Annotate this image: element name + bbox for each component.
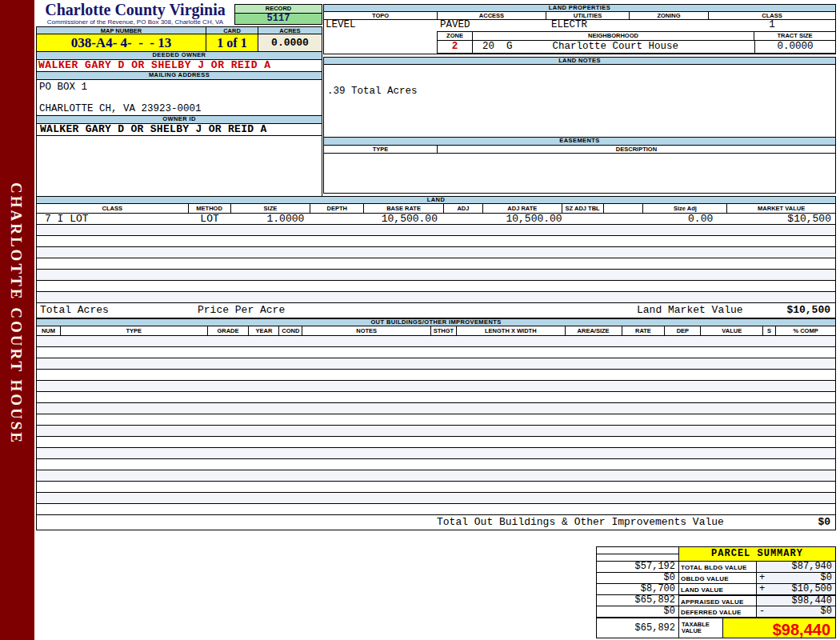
land-note-text: .39 Total Acres bbox=[327, 86, 418, 97]
value-total-bldg: $87,940 bbox=[757, 562, 835, 573]
out-buildings-section: OUT BUILDINGS/OTHER IMPROVEMENTS NUM TYP… bbox=[36, 318, 836, 530]
label-total-bldg: TOTAL BLDG VALUE bbox=[679, 562, 757, 573]
topo-label: TOPO bbox=[324, 12, 438, 19]
land-class-value: 7 I LOT bbox=[37, 214, 189, 224]
land-method-value: LOT bbox=[189, 214, 231, 224]
neighborhood-value: 20 GCharlotte Court House bbox=[473, 41, 754, 53]
land-data-row: 7 I LOT LOT 1.0000 10,500.00 10,500.00 0… bbox=[36, 214, 836, 225]
owner-block-empty-area bbox=[36, 136, 322, 197]
taxable-value: $98,440 bbox=[723, 617, 835, 638]
land-notes-bar: LAND NOTES bbox=[323, 57, 836, 65]
empty-row bbox=[36, 493, 836, 504]
parcel-summary: PARCEL SUMMARY $57,192 TOTAL BLDG VALUE … bbox=[596, 546, 836, 638]
ob-col-s: S bbox=[763, 326, 776, 335]
utilities-value: ELECTR bbox=[546, 20, 630, 31]
header-block: Charlotte County Virginia Commissioner o… bbox=[36, 2, 322, 197]
summary-row-taxable: $65,892 TAXABLE VALUE $98,440 bbox=[597, 618, 835, 638]
card-value: 1 of 1 bbox=[206, 34, 258, 51]
topo-value: LEVEL bbox=[324, 20, 438, 31]
parcel-summary-title: PARCEL SUMMARY bbox=[679, 547, 835, 562]
ob-col-grade: GRADE bbox=[208, 326, 250, 335]
address-line2: CHARLOTTE CH, VA 23923-0001 bbox=[39, 103, 202, 114]
empty-row bbox=[36, 270, 836, 281]
ob-total-row: Total Out Buildings & Other Improvements… bbox=[36, 515, 836, 530]
land-col-depth: DEPTH bbox=[310, 204, 364, 213]
land-base-rate-value: 10,500.00 bbox=[364, 214, 444, 224]
ob-col-pct-comp: % COMP bbox=[776, 326, 835, 335]
record-value: 5117 bbox=[234, 14, 322, 25]
access-label: ACCESS bbox=[438, 12, 546, 19]
ob-col-cond: COND bbox=[279, 326, 302, 335]
value-deferred: -$0 bbox=[757, 606, 835, 618]
county-title: Charlotte County Virginia bbox=[36, 2, 234, 18]
land-adj-value bbox=[444, 214, 483, 224]
class-label: CLASS bbox=[709, 12, 835, 19]
land-properties-block: LAND PROPERTIES TOPO ACCESS UTILITIES ZO… bbox=[323, 4, 836, 194]
prior-obldg: $0 bbox=[597, 573, 679, 584]
acres-label: ACRES bbox=[258, 27, 322, 34]
land-col-size: SIZE bbox=[231, 204, 311, 213]
ob-col-length-width: LENGTH X WIDTH bbox=[457, 326, 566, 335]
access-value: PAVED bbox=[438, 20, 546, 31]
tract-size-label: TRACT SIZE bbox=[754, 32, 835, 40]
zoning-value bbox=[630, 20, 709, 31]
land-col-size-adj: Size Adj bbox=[643, 204, 727, 213]
map-number-value: 038-A4- 4- - - 13 bbox=[37, 34, 206, 51]
district-sidebar: CHARLOTTE COURT HOUSE bbox=[0, 0, 34, 640]
land-col-method: METHOD bbox=[189, 204, 231, 213]
record-box: RECORD 5117 bbox=[234, 4, 322, 25]
empty-row bbox=[36, 414, 836, 426]
op-obldg: + bbox=[759, 573, 765, 583]
empty-row bbox=[36, 504, 836, 515]
empty-row bbox=[36, 258, 836, 270]
prior-deferred: $0 bbox=[597, 606, 679, 618]
land-col-base-rate: BASE RATE bbox=[364, 204, 444, 213]
property-record-card: CHARLOTTE COURT HOUSE Charlotte County V… bbox=[0, 0, 840, 640]
easement-description-label: DESCRIPTION bbox=[438, 146, 835, 153]
land-market-value-label: Land Market Value bbox=[637, 303, 743, 318]
prior-appraised: $65,892 bbox=[597, 595, 679, 606]
empty-row bbox=[36, 459, 836, 470]
card-label: CARD bbox=[206, 27, 258, 34]
easements-bar: EASEMENTS bbox=[323, 138, 836, 146]
empty-row bbox=[36, 225, 836, 236]
op-land: + bbox=[759, 584, 765, 594]
empty-row bbox=[36, 247, 836, 258]
deeded-owner-value: WALKER GARY D OR SHELBY J OR REID A bbox=[36, 60, 322, 72]
easement-type-label: TYPE bbox=[324, 146, 438, 153]
neighborhood-name: Charlotte Court House bbox=[553, 41, 679, 52]
empty-row bbox=[36, 281, 836, 292]
land-size-adj-value: 0.00 bbox=[643, 214, 727, 224]
utilities-label: UTILITIES bbox=[546, 12, 630, 19]
owner-id-value: WALKER GARY D OR SHELBY J OR REID A bbox=[36, 124, 322, 136]
ob-col-type: TYPE bbox=[61, 326, 208, 335]
land-col-adj: ADJ bbox=[444, 204, 483, 213]
ob-col-sthgt: STHGT bbox=[431, 326, 457, 335]
summary-row-land: $8,700 LAND VALUE +$10,500 bbox=[597, 584, 835, 595]
ob-total-label: Total Out Buildings & Other Improvements… bbox=[437, 515, 724, 530]
zone-neighborhood-box: ZONE NEIGHBORHOOD TRACT SIZE 2 20 GCharl… bbox=[437, 31, 835, 54]
ob-col-num: NUM bbox=[37, 326, 61, 335]
address-line1: PO BOX 1 bbox=[39, 82, 87, 93]
zone-value: 2 bbox=[438, 41, 473, 53]
label-deferred: DEFERRED VALUE bbox=[679, 606, 757, 618]
empty-row bbox=[36, 358, 836, 370]
empty-row bbox=[36, 292, 836, 303]
empty-row bbox=[36, 370, 836, 381]
land-sz-adj-tbl-value bbox=[562, 214, 604, 224]
acres-value: 0.0000 bbox=[258, 34, 322, 51]
mailing-address-bar: MAILING ADDRESS bbox=[36, 72, 322, 80]
summary-prior-header-cell bbox=[597, 547, 679, 562]
land-total-row: Total Acres Price Per Acre Land Market V… bbox=[36, 303, 836, 318]
label-appraised: APPRAISED VALUE bbox=[679, 594, 757, 606]
map-card-acres-header: MAP NUMBER CARD ACRES bbox=[36, 26, 322, 34]
prior-land: $8,700 bbox=[597, 584, 679, 595]
tract-size-value: 0.0000 bbox=[754, 41, 835, 53]
ob-col-value: VALUE bbox=[701, 326, 763, 335]
val-appraised: $98,440 bbox=[792, 595, 832, 606]
out-buildings-bar: OUT BUILDINGS/OTHER IMPROVEMENTS bbox=[36, 318, 836, 326]
empty-row bbox=[36, 236, 836, 247]
empty-row bbox=[36, 381, 836, 392]
empty-row bbox=[36, 426, 836, 437]
total-acres-label: Total Acres bbox=[40, 303, 109, 318]
